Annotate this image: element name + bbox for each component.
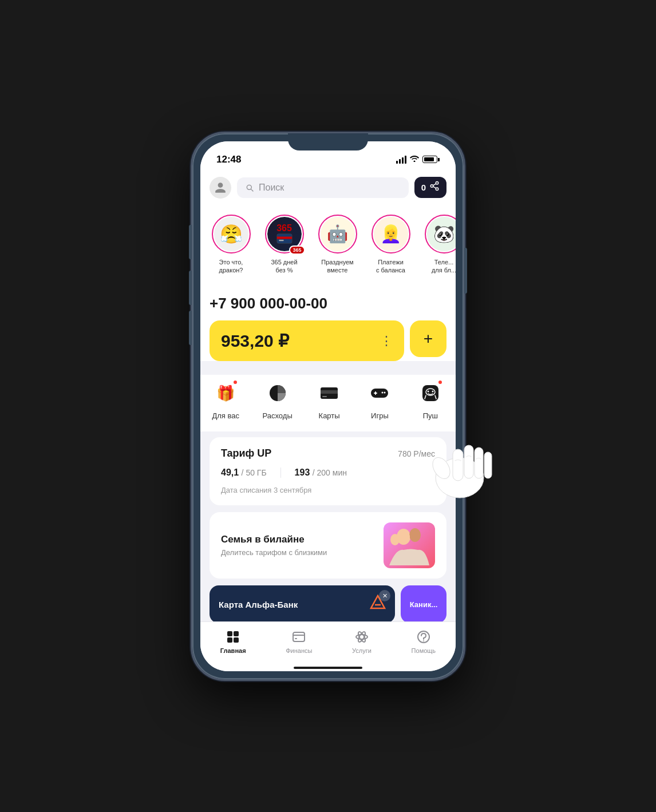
main-section: +7 900 000-00-00 953,20 ₽ ⋮ + xyxy=(200,283,456,361)
tariff-stats: 49,1 / 50 ГБ 193 / 200 мин xyxy=(221,468,435,478)
expenses-label: Расходы xyxy=(263,411,293,420)
svg-rect-10 xyxy=(371,389,388,398)
cards-icon xyxy=(315,379,343,407)
story-avatar-panda: 🐼 xyxy=(425,215,456,253)
story-item-robot[interactable]: 🤖 Празднуемвместе xyxy=(316,215,359,275)
nav-services-label: Услуги xyxy=(352,647,372,654)
action-push[interactable]: Пуш xyxy=(417,379,444,420)
svg-rect-5 xyxy=(279,240,283,241)
balance-amount: 953,20 ₽ xyxy=(221,331,289,351)
svg-rect-4 xyxy=(276,237,291,239)
for-you-label: Для вас xyxy=(212,411,239,420)
story-avatar-dragon: 😤 xyxy=(212,215,251,253)
share-icon xyxy=(429,181,440,194)
story-item-person[interactable]: 👱‍♀️ Платежис баланса xyxy=(369,215,412,275)
tariff-card[interactable]: Тариф UP 780 Р/мес 49,1 / 50 ГБ xyxy=(210,437,446,505)
cards-section: Тариф UP 780 Р/мес 49,1 / 50 ГБ xyxy=(200,431,456,621)
nav-help[interactable]: Помощь xyxy=(405,627,443,656)
svg-point-0 xyxy=(436,182,438,185)
nav-services[interactable]: Услуги xyxy=(345,627,378,656)
svg-rect-38 xyxy=(464,445,473,478)
svg-point-31 xyxy=(356,635,367,639)
svg-point-22 xyxy=(397,530,410,543)
svg-rect-40 xyxy=(484,452,492,478)
home-indicator xyxy=(200,668,456,671)
search-bar[interactable]: Поиск xyxy=(237,177,409,198)
status-icons xyxy=(396,155,440,164)
top-bar: Поиск 0 xyxy=(200,170,456,205)
tariff-name: Тариф UP xyxy=(221,447,271,460)
kanikuly-banner[interactable]: Каник... xyxy=(401,585,446,621)
kanikuly-text: Каник... xyxy=(410,600,438,609)
svg-rect-8 xyxy=(321,390,338,394)
minutes-stat: 193 / 200 мин xyxy=(295,468,347,478)
help-icon xyxy=(416,629,432,645)
battery-icon xyxy=(422,156,440,163)
svg-point-13 xyxy=(382,392,384,394)
minutes-total: / 200 мин xyxy=(313,468,347,477)
action-cards[interactable]: Карты xyxy=(315,379,343,420)
wifi-icon xyxy=(410,155,419,164)
tariff-header: Тариф UP 780 Р/мес xyxy=(221,447,435,460)
user-icon xyxy=(214,181,227,194)
add-button[interactable]: + xyxy=(410,320,446,357)
alfa-banner[interactable]: Карта Альфа-Банк ✕ xyxy=(210,585,395,621)
home-indicator-bar xyxy=(294,667,362,669)
bottom-banners: Карта Альфа-Банк ✕ Каник... xyxy=(210,585,446,621)
nav-finance[interactable]: Финансы xyxy=(279,627,319,656)
for-you-icon: 🎁 xyxy=(212,379,239,407)
signal-icon xyxy=(396,156,406,164)
data-value: 49,1 / 50 ГБ xyxy=(221,468,267,478)
nav-home-label: Главная xyxy=(220,647,246,654)
action-games[interactable]: Игры xyxy=(366,379,393,420)
action-expenses[interactable]: Расходы xyxy=(263,379,293,420)
notification-button[interactable]: 0 xyxy=(414,177,446,198)
story-item-dragon[interactable]: 😤 Это что,дракон? xyxy=(210,215,252,275)
svg-point-18 xyxy=(432,391,433,393)
svg-point-23 xyxy=(410,530,420,540)
games-icon xyxy=(366,379,393,407)
nav-home[interactable]: Главная xyxy=(214,627,253,656)
story-avatar-365: 365 365 xyxy=(265,215,304,253)
story-avatar-person: 👱‍♀️ xyxy=(372,215,410,253)
story-item-365[interactable]: 365 365 365 днейбез % xyxy=(263,215,306,275)
notification-count: 0 xyxy=(421,183,426,192)
svg-rect-12 xyxy=(375,391,376,395)
svg-point-1 xyxy=(430,185,433,188)
alfa-text: Карта Альфа-Банк xyxy=(219,600,298,609)
minutes-value: 193 / 200 мин xyxy=(295,468,347,478)
phone-wrapper: 12:48 xyxy=(191,132,465,681)
svg-rect-27 xyxy=(227,637,232,643)
story-item-panda[interactable]: 🐼 Теле...для бл... xyxy=(422,215,456,275)
notch xyxy=(288,133,368,150)
games-label: Игры xyxy=(371,411,389,420)
nav-finance-label: Финансы xyxy=(286,647,312,654)
home-icon xyxy=(225,629,241,645)
stat-divider xyxy=(280,468,281,478)
search-placeholder: Поиск xyxy=(259,183,284,193)
svg-rect-25 xyxy=(227,631,232,636)
balance-menu-button[interactable]: ⋮ xyxy=(380,334,393,348)
search-icon xyxy=(245,183,254,192)
push-icon xyxy=(417,379,444,407)
balance-card[interactable]: 953,20 ₽ ⋮ xyxy=(210,320,404,361)
svg-rect-39 xyxy=(475,447,483,478)
balance-row: 953,20 ₽ ⋮ + xyxy=(210,320,446,361)
story-label-365: 365 днейбез % xyxy=(271,258,297,275)
story-label-person: Платежис баланса xyxy=(376,258,405,275)
story-avatar-robot: 🤖 xyxy=(318,215,357,253)
finance-icon xyxy=(291,629,307,645)
status-time: 12:48 xyxy=(216,154,241,165)
close-alfa-button[interactable]: ✕ xyxy=(379,590,390,601)
services-icon xyxy=(354,629,370,645)
nav-help-label: Помощь xyxy=(412,647,436,654)
svg-point-24 xyxy=(391,536,399,544)
story-label-panda: Теле...для бл... xyxy=(432,258,456,275)
avatar-button[interactable] xyxy=(210,177,231,199)
expenses-icon xyxy=(264,379,291,407)
data-total: / 50 ГБ xyxy=(242,468,267,477)
family-card[interactable]: Семья в билайне Делитесь тарифом с близк… xyxy=(210,512,446,579)
action-for-you[interactable]: 🎁 Для вас xyxy=(212,379,239,420)
stories-row: 😤 Это что,дракон? 365 xyxy=(200,205,456,284)
family-text: Семья в билайне Делитесь тарифом с близк… xyxy=(221,534,384,557)
